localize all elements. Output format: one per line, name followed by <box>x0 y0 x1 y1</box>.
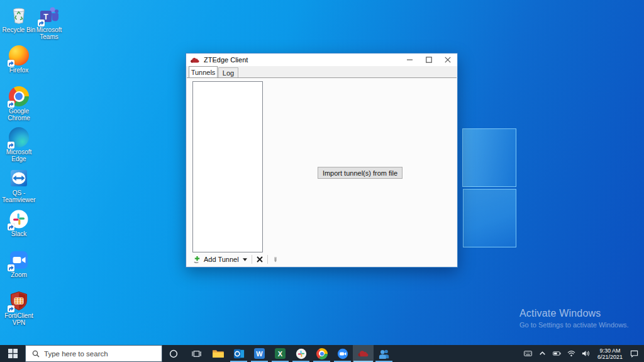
shortcut-arrow-badge <box>8 60 14 67</box>
taskbar: W X <box>0 345 644 362</box>
watermark-title: Activate Windows <box>519 308 629 319</box>
system-tray: 9:30 AM 6/21/2021 <box>521 345 644 362</box>
desktop-icon-label: Microsoft Edge <box>0 149 38 162</box>
import-tunnels-button[interactable]: Import tunnel(s) from file <box>318 167 402 179</box>
desktop-icon-zoom[interactable]: Zoom <box>0 250 38 278</box>
taskbar-app-file-explorer[interactable] <box>208 345 228 362</box>
add-tunnel-label: Add Tunnel <box>204 256 239 263</box>
firefox-icon <box>9 45 29 65</box>
tab-log[interactable]: Log <box>218 67 238 77</box>
taskbar-app-outlook[interactable] <box>228 345 249 362</box>
zoom-icon <box>9 250 29 270</box>
taskbar-app-ztedge-client[interactable] <box>353 345 374 362</box>
desktop-icon-label: Slack <box>0 230 38 237</box>
wallpaper-windows-logo-pane-bottom <box>463 189 516 247</box>
cortana-icon <box>169 349 178 358</box>
tab-label: Log <box>223 69 234 77</box>
shortcut-arrow-badge <box>8 305 14 312</box>
wifi-icon[interactable] <box>564 345 579 362</box>
shortcut-arrow-badge <box>8 264 14 271</box>
shortcut-arrow-badge <box>8 101 14 108</box>
start-button[interactable] <box>0 345 25 362</box>
toolstrip-separator <box>252 255 252 264</box>
clock-time: 9:30 AM <box>597 348 623 354</box>
window-titlebar[interactable]: ZTEdge Client <box>186 54 457 66</box>
tunnel-toolstrip: Add Tunnel <box>191 254 281 265</box>
edit-pencil-icon <box>273 256 278 263</box>
minimize-button[interactable] <box>401 54 419 66</box>
delete-tunnel-button[interactable] <box>254 254 265 265</box>
desktop-icon-label: Microsoft Teams <box>30 26 69 40</box>
shortcut-arrow-badge <box>8 142 14 149</box>
chrome-icon <box>316 348 328 359</box>
wallpaper-windows-logo-pane-top <box>462 128 516 187</box>
maximize-button[interactable] <box>419 54 438 66</box>
desktop-icon-microsoft-teams[interactable]: T Microsoft Teams <box>30 5 69 40</box>
desktop-icon-label: Firefox <box>0 67 38 74</box>
shortcut-arrow-badge <box>38 20 45 26</box>
task-view-icon <box>192 349 201 358</box>
shortcut-arrow-badge <box>8 223 14 230</box>
windows-logo-icon <box>8 349 18 358</box>
taskbar-app-slack[interactable] <box>291 345 311 362</box>
file-explorer-icon <box>212 349 224 358</box>
tunnels-tab-page: Import tunnel(s) from file Add Tunnel <box>187 77 457 266</box>
word-icon: W <box>254 348 265 359</box>
close-button[interactable] <box>438 54 457 66</box>
action-center-icon[interactable] <box>627 345 644 362</box>
taskbar-app-teams[interactable] <box>374 345 394 362</box>
taskbar-clock[interactable]: 9:30 AM 6/21/2021 <box>593 348 627 360</box>
slack-icon <box>9 209 29 229</box>
window-title: ZTEdge Client <box>204 56 401 64</box>
taskbar-app-word[interactable]: W <box>249 345 270 362</box>
google-chrome-icon <box>9 86 29 106</box>
ztedge-cloud-icon <box>357 349 369 358</box>
tab-label: Tunnels <box>191 69 216 76</box>
taskbar-app-chrome[interactable] <box>311 345 332 362</box>
add-tunnel-button[interactable]: Add Tunnel <box>191 254 241 265</box>
desktop-icon-forticlient-vpn[interactable]: FortiClient VPN <box>0 291 38 326</box>
tab-tunnels[interactable]: Tunnels <box>189 66 218 77</box>
add-tunnel-dropdown-arrow[interactable] <box>241 254 250 265</box>
taskbar-app-zoom[interactable] <box>332 345 353 362</box>
desktop-icon-label: QS - Teamviewer <box>0 189 38 203</box>
excel-icon: X <box>275 348 286 359</box>
activate-windows-watermark: Activate Windows Go to Settings to activ… <box>519 308 629 329</box>
toolstrip-separator <box>267 255 268 264</box>
taskbar-search[interactable] <box>25 345 162 362</box>
microsoft-teams-icon: T <box>39 5 59 25</box>
desktop-icon-teamviewer[interactable]: QS - Teamviewer <box>0 168 38 203</box>
outlook-icon <box>233 348 245 359</box>
desktop-icon-label: Zoom <box>0 271 38 278</box>
desktop-icon-label: FortiClient VPN <box>0 312 38 326</box>
ztedge-client-window: ZTEdge Client Tunnels Log Import tunnel(… <box>186 53 458 268</box>
slack-icon <box>296 348 307 359</box>
desktop: Recycle Bin T Microsoft Teams Firefox Go… <box>0 0 644 362</box>
search-input[interactable] <box>44 350 162 358</box>
chevron-up-icon[interactable] <box>535 345 550 362</box>
microsoft-edge-icon <box>9 127 29 147</box>
touch-keyboard-icon[interactable] <box>521 345 535 362</box>
teamviewer-icon <box>9 168 29 188</box>
tunnel-list-box[interactable] <box>192 81 263 252</box>
taskbar-app-excel[interactable]: X <box>270 345 291 362</box>
zoom-icon <box>337 348 348 359</box>
edit-tunnel-button-disabled[interactable] <box>270 254 281 265</box>
teams-icon <box>379 348 390 359</box>
desktop-icon-google-chrome[interactable]: Google Chrome <box>0 86 38 122</box>
recycle-bin-icon <box>9 5 29 25</box>
desktop-icon-microsoft-edge[interactable]: Microsoft Edge <box>0 127 38 162</box>
volume-icon[interactable] <box>579 345 593 362</box>
tab-strip: Tunnels Log <box>186 66 457 77</box>
task-view-button[interactable] <box>185 345 208 362</box>
ztedge-cloud-icon <box>190 57 200 64</box>
forticlient-vpn-icon <box>9 291 29 311</box>
cortana-button[interactable] <box>162 345 185 362</box>
desktop-icon-slack[interactable]: Slack <box>0 209 38 237</box>
desktop-icon-label: Google Chrome <box>0 108 38 122</box>
battery-icon[interactable] <box>550 345 564 362</box>
desktop-icon-firefox[interactable]: Firefox <box>0 45 38 74</box>
clock-date: 6/21/2021 <box>597 354 623 360</box>
watermark-subtitle: Go to Settings to activate Windows. <box>519 321 629 329</box>
add-tunnel-icon <box>193 256 201 264</box>
